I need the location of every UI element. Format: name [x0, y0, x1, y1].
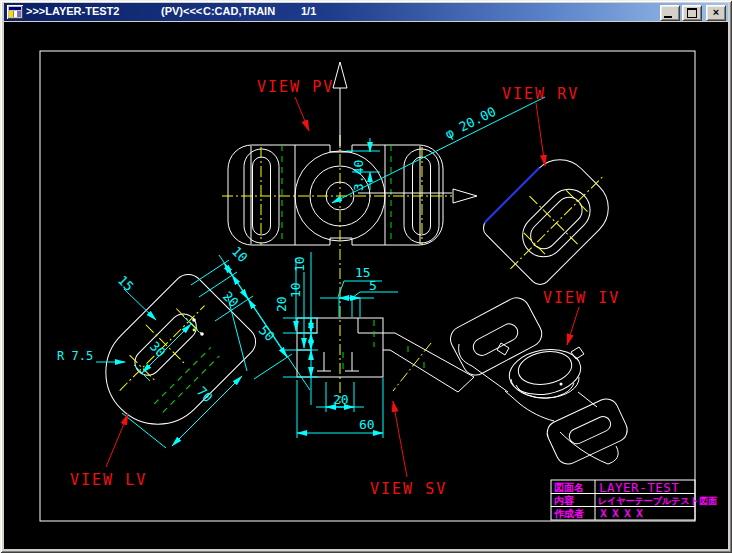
rv-highlight-edge [484, 168, 539, 223]
dim-lv-length: 70 [194, 384, 216, 406]
dim-chain-10: 10 [229, 244, 251, 266]
sv-arm-center-line [393, 343, 431, 391]
iv-bottom-edge [560, 432, 608, 464]
view-labels: VIEW PV VIEW RV VIEW IV VIEW LV VIEW SV [70, 78, 620, 498]
dim-chain-20: 20 [220, 289, 242, 311]
app-icon[interactable] [7, 5, 23, 19]
rv-outline [479, 147, 620, 288]
dim-sv-60: 60 [359, 417, 375, 432]
app-icon-grid [9, 11, 21, 17]
title-block-label-1: 図面名 [554, 482, 584, 493]
title-block: 図面名 LAYER-TEST 内容 レイヤーテーブルテスト図面 作成者 ＸＸＸＸ [551, 480, 717, 521]
lv-length-ext-2 [122, 413, 166, 448]
minimize-button[interactable] [660, 5, 680, 21]
cad-drawing: 3.40 φ 20.00 [4, 22, 728, 549]
label-view-sv: VIEW SV [370, 480, 447, 498]
dim-sv-5: 5 [369, 278, 377, 293]
iv-left-ear [446, 293, 546, 379]
iv-tab-right [571, 347, 584, 359]
title-block-value-3: ＸＸＸＸ [598, 507, 646, 520]
view-rv-drawing [474, 141, 627, 294]
iv-web-left [472, 366, 508, 392]
label-view-rv: VIEW RV [502, 85, 579, 103]
iv-left-ear-slot [470, 321, 520, 359]
title-block-value-1: LAYER-TEST [599, 480, 679, 495]
dim-lv-width: 15 [115, 273, 137, 295]
sv-top-dimensions: 15 5 [320, 265, 398, 317]
iv-right-ear [543, 395, 631, 468]
iv-boss-wall-2 [516, 383, 574, 398]
app-icon-bar [9, 7, 21, 10]
sv-5-leader [353, 292, 360, 297]
dim-sv-20v: 20 [274, 296, 289, 312]
titlebar[interactable]: >>>LAYER-TEST2 (PV)<<< C:CAD,TRAIN 1/1 × [4, 3, 728, 21]
window-title: >>>LAYER-TEST2 [26, 5, 119, 17]
label-view-pv: VIEW PV [257, 78, 334, 96]
iv-web-left-2 [505, 391, 520, 404]
cad-window: >>>LAYER-TEST2 (PV)<<< C:CAD,TRAIN 1/1 × [0, 0, 732, 553]
label-view-lv: VIEW LV [70, 471, 147, 489]
iv-web-right [578, 392, 597, 407]
close-icon: × [713, 7, 719, 18]
maximize-icon [687, 8, 697, 18]
iv-tab-left [497, 343, 509, 355]
chain-seg-10 [224, 263, 232, 275]
view-iv-drawing [446, 293, 631, 468]
iv-thickness-left [459, 344, 472, 366]
rv-center-axis [510, 177, 602, 269]
dim-sv-20: 20 [333, 392, 349, 407]
sv-left-dimensions: 10 10 20 [274, 252, 318, 405]
label-sv-leader [393, 401, 407, 477]
iv-right-ear-slot [567, 414, 613, 446]
dim-lv-radius: R 7.5 [57, 349, 93, 363]
iv-boss-wall-1 [511, 377, 579, 398]
title-block-label-3: 作成者 [553, 508, 584, 519]
iv-boss-outer [506, 344, 585, 400]
maximize-button[interactable] [682, 5, 702, 21]
label-iv-leader [567, 307, 579, 345]
drawing-frame [40, 51, 695, 521]
label-lv-leader [106, 414, 128, 467]
drawing-canvas[interactable]: 3.40 φ 20.00 [4, 22, 728, 549]
dim-sv-10a: 10 [292, 256, 307, 272]
label-pv-leader [295, 97, 309, 131]
iv-web-bottom [520, 404, 554, 421]
view-pv-drawing [222, 62, 477, 403]
window-page-count: 1/1 [301, 5, 316, 17]
dim-sv-10b: 10 [288, 282, 303, 298]
close-button[interactable]: × [706, 5, 726, 21]
lv-point-marker-3 [193, 329, 196, 332]
sv-arm-outline [383, 333, 474, 392]
lv-width-leader [124, 289, 156, 320]
pv-outline [228, 145, 443, 245]
title-block-label-2: 内容 [554, 495, 575, 506]
label-view-iv: VIEW IV [543, 289, 620, 307]
pv-axis-up-arrow [333, 62, 347, 88]
window-path: C:CAD,TRAIN [203, 5, 275, 17]
window-view-state: (PV)<<< [161, 5, 202, 17]
iv-right-ear-outline [543, 395, 631, 468]
lv-hidden-line-2 [163, 356, 220, 413]
dim-pv-diameter: φ 20.00 [443, 104, 499, 142]
dim-chain-50: 50 [256, 323, 278, 345]
window-controls: × [658, 5, 726, 21]
iv-point-marker [560, 383, 563, 386]
title-block-value-2: レイヤーテーブルテスト図面 [598, 496, 717, 506]
iv-thickness-right [608, 446, 618, 464]
rv-center-cross [529, 196, 578, 245]
view-sv-drawing [297, 318, 474, 392]
iv-boss-rim [516, 348, 575, 389]
minimize-icon [664, 16, 672, 18]
sv-15-leader [338, 281, 344, 297]
dim-pv-notch: 3.40 [351, 160, 366, 191]
pv-axis-right-arrow [453, 189, 477, 203]
iv-left-ear-outline [446, 293, 546, 379]
chain-ext-4 [254, 354, 292, 379]
lv-point-marker-1 [192, 318, 196, 322]
lv-point-marker-2 [200, 332, 204, 336]
label-rv-leader [536, 103, 545, 166]
